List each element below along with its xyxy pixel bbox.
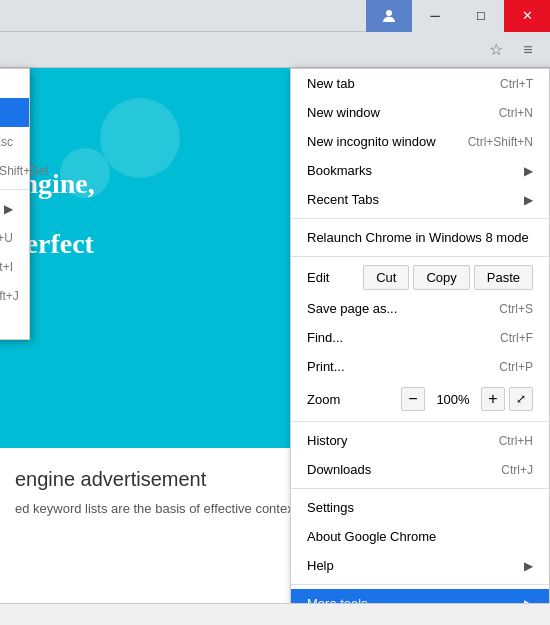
- minimize-icon: ─: [430, 8, 439, 23]
- menu-divider-3: [291, 421, 549, 422]
- submenu-item-clear-browsing[interactable]: Clear browsing data... Ctrl+Shift+Del: [0, 156, 29, 185]
- close-icon: ✕: [522, 8, 533, 23]
- submenu-item-create-app-shortcuts[interactable]: Create application shortcuts...: [0, 69, 29, 98]
- submenu-item-task-manager[interactable]: Task manager Shift+Esc: [0, 127, 29, 156]
- zoom-expand-button[interactable]: ⤢: [509, 387, 533, 411]
- menu-item-save-page[interactable]: Save page as... Ctrl+S: [291, 294, 549, 323]
- submenu-item-javascript-console[interactable]: JavaScript console Ctrl+Shift+J: [0, 281, 29, 310]
- menu-item-about-chrome[interactable]: About Google Chrome: [291, 522, 549, 551]
- star-icon[interactable]: ☆: [482, 36, 510, 64]
- status-bar: [0, 603, 550, 625]
- maximize-button[interactable]: □: [458, 0, 504, 32]
- cut-button[interactable]: Cut: [363, 265, 409, 290]
- svg-point-0: [386, 10, 392, 16]
- copy-button[interactable]: Copy: [413, 265, 469, 290]
- menu-divider-4: [291, 488, 549, 489]
- menu-divider-1: [291, 218, 549, 219]
- menu-item-downloads[interactable]: Downloads Ctrl+J: [291, 455, 549, 484]
- submenu-item-extensions[interactable]: Extensions: [0, 98, 29, 127]
- menu-item-print[interactable]: Print... Ctrl+P: [291, 352, 549, 381]
- menu-divider-2: [291, 256, 549, 257]
- user-button[interactable]: [366, 0, 412, 32]
- submenu-item-inspect-devices[interactable]: Inspect devices: [0, 310, 29, 339]
- menu-item-new-window[interactable]: New window Ctrl+N: [291, 98, 549, 127]
- menu-item-settings[interactable]: Settings: [291, 493, 549, 522]
- titlebar: ─ □ ✕: [0, 0, 550, 32]
- menu-item-recent-tabs[interactable]: Recent Tabs ▶: [291, 185, 549, 214]
- menu-item-bookmarks[interactable]: Bookmarks ▶: [291, 156, 549, 185]
- zoom-minus-button[interactable]: −: [401, 387, 425, 411]
- menu-divider-5: [291, 584, 549, 585]
- close-button[interactable]: ✕: [504, 0, 550, 32]
- submenu-item-encoding[interactable]: Encoding ▶: [0, 194, 29, 223]
- menu-icon[interactable]: ≡: [514, 36, 542, 64]
- menu-item-find[interactable]: Find... Ctrl+F: [291, 323, 549, 352]
- paste-button[interactable]: Paste: [474, 265, 533, 290]
- menu-item-history[interactable]: History Ctrl+H: [291, 426, 549, 455]
- minimize-button[interactable]: ─: [412, 0, 458, 32]
- zoom-row: Zoom − 100% + ⤢: [291, 381, 549, 417]
- main-menu: New tab Ctrl+T New window Ctrl+N New inc…: [290, 68, 550, 625]
- maximize-icon: □: [477, 8, 485, 23]
- zoom-plus-button[interactable]: +: [481, 387, 505, 411]
- menu-item-new-tab[interactable]: New tab Ctrl+T: [291, 69, 549, 98]
- menu-item-new-incognito[interactable]: New incognito window Ctrl+Shift+N: [291, 127, 549, 156]
- menu-item-help[interactable]: Help ▶: [291, 551, 549, 580]
- submenu-item-view-source[interactable]: View source Ctrl+U: [0, 223, 29, 252]
- edit-row: Edit Cut Copy Paste: [291, 261, 549, 294]
- submenu-divider-1: [0, 189, 29, 190]
- browser-toolbar: ☆ ≡: [0, 32, 550, 68]
- more-tools-submenu: Create application shortcuts... Extensio…: [0, 68, 30, 340]
- menu-item-relaunch-chrome[interactable]: Relaunch Chrome in Windows 8 mode: [291, 223, 549, 252]
- zoom-value: 100%: [433, 392, 473, 407]
- submenu-item-developer-tools[interactable]: Developer tools Ctrl+Shift+I: [0, 252, 29, 281]
